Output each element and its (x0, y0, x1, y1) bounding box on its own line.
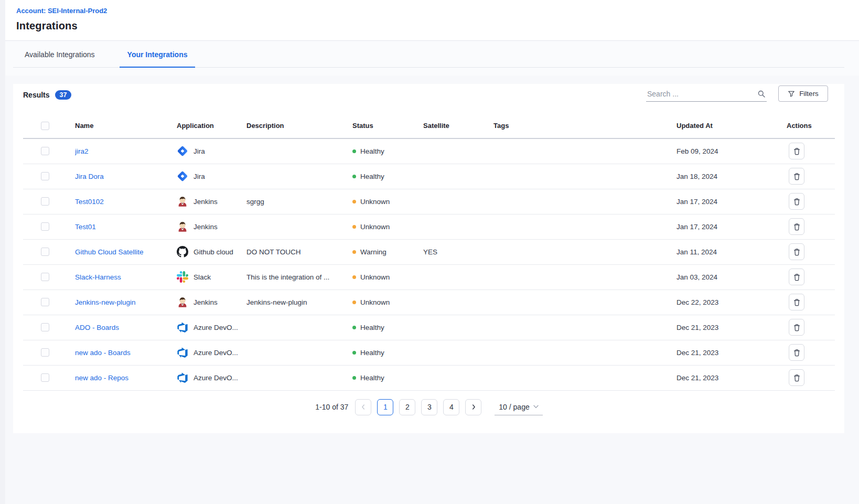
description-cell: DO NOT TOUCH (246, 239, 352, 264)
integration-name-link[interactable]: new ado - Boards (75, 349, 131, 357)
page-size-select[interactable]: 10 / page (495, 399, 542, 415)
pagination-range: 1-10 of 37 (315, 403, 348, 411)
delete-button[interactable] (789, 294, 804, 310)
row-checkbox[interactable] (41, 298, 49, 306)
updated-at-cell: Jan 17, 2024 (677, 189, 787, 214)
column-header-actions: Actions (787, 113, 835, 138)
row-checkbox[interactable] (41, 273, 49, 281)
trash-icon (793, 349, 801, 357)
column-header-updated-at: Updated At (677, 113, 787, 138)
status-dot (352, 351, 356, 355)
tab-available-integrations[interactable]: Available Integrations (17, 50, 103, 67)
application-label: Azure DevO... (194, 374, 238, 382)
trash-icon (793, 223, 801, 231)
satellite-cell (423, 164, 493, 189)
tags-cell (493, 189, 677, 214)
delete-button[interactable] (789, 168, 804, 185)
results: Results 37 (23, 90, 71, 102)
table-row: Github Cloud SatelliteGithub cloudDO NOT… (23, 239, 835, 264)
description-cell (246, 214, 352, 239)
satellite-cell: YES (423, 239, 493, 264)
row-checkbox[interactable] (41, 222, 49, 231)
search-input[interactable] (647, 90, 757, 98)
row-checkbox[interactable] (41, 348, 49, 357)
integration-name-link[interactable]: jira2 (75, 147, 89, 155)
delete-button[interactable] (789, 269, 804, 285)
status-dot (352, 376, 356, 380)
tags-cell (493, 340, 677, 365)
row-checkbox[interactable] (41, 147, 49, 155)
integration-name-link[interactable]: Slack-Harness (75, 273, 121, 281)
integration-name-link[interactable]: Test01 (75, 223, 96, 231)
application-label: Jenkins (194, 223, 218, 231)
satellite-cell (423, 214, 493, 239)
delete-button[interactable] (789, 193, 804, 210)
updated-at-cell: Jan 11, 2024 (677, 239, 787, 264)
jira-icon (177, 145, 188, 157)
prev-page-button[interactable] (355, 399, 371, 415)
azure-icon (177, 372, 188, 383)
row-checkbox[interactable] (41, 248, 49, 256)
integration-name-link[interactable]: Github Cloud Satellite (75, 248, 144, 256)
integration-name-link[interactable]: Test0102 (75, 198, 104, 206)
satellite-cell (423, 138, 493, 164)
chevron-right-icon (470, 403, 477, 411)
delete-button[interactable] (789, 243, 804, 260)
github-icon (177, 246, 188, 258)
row-checkbox[interactable] (41, 172, 49, 180)
filter-icon (788, 90, 795, 98)
delete-button[interactable] (789, 369, 804, 386)
description-cell (246, 164, 352, 189)
trash-icon (793, 324, 801, 331)
application-label: Jira (194, 173, 205, 180)
toolbar-right: Filters (646, 85, 828, 102)
application-label: Azure DevO... (194, 349, 238, 357)
tab-your-integrations[interactable]: Your Integrations (120, 50, 196, 67)
status-label: Healthy (360, 324, 384, 331)
column-header-description: Description (246, 113, 352, 138)
updated-at-cell: Dec 21, 2023 (677, 340, 787, 365)
status-dot (352, 175, 356, 178)
search-box (646, 90, 767, 102)
trash-icon (793, 173, 801, 180)
row-checkbox[interactable] (41, 197, 49, 206)
account-link[interactable]: Account: SEI-Internal-Prod2 (16, 7, 859, 15)
description-cell (246, 138, 352, 164)
page-1-button[interactable]: 1 (377, 399, 393, 415)
table-row: Jenkins-new-pluginJenkinsJenkins-new-plu… (23, 289, 835, 315)
results-count-badge: 37 (55, 90, 72, 100)
tags-cell (493, 289, 677, 315)
integration-name-link[interactable]: Jenkins-new-plugin (75, 298, 136, 306)
table-header-row: Name Application Description Status Sate… (23, 113, 835, 138)
application-label: Slack (194, 273, 211, 281)
row-checkbox[interactable] (41, 373, 49, 382)
tags-cell (493, 264, 677, 289)
status-label: Unknown (360, 223, 390, 231)
column-header-tags: Tags (493, 113, 677, 138)
integration-name-link[interactable]: new ado - Repos (75, 374, 128, 382)
status-dot (352, 275, 356, 279)
status-label: Healthy (360, 349, 384, 357)
chevron-down-icon (533, 405, 539, 409)
delete-button[interactable] (789, 319, 804, 336)
delete-button[interactable] (789, 344, 804, 361)
page-3-button[interactable]: 3 (421, 399, 437, 415)
tags-cell (493, 239, 677, 264)
delete-button[interactable] (789, 218, 804, 235)
jenkins-icon (177, 296, 188, 308)
tabs: Available Integrations Your Integrations (13, 41, 844, 68)
integration-name-link[interactable]: Jira Dora (75, 173, 104, 180)
select-all-checkbox[interactable] (41, 122, 49, 130)
status-dot (352, 301, 356, 304)
integrations-page: Account: SEI-Internal-Prod2 Integrations… (5, 0, 859, 433)
delete-button[interactable] (789, 143, 804, 159)
next-page-button[interactable] (465, 399, 481, 415)
application-label: Jenkins (194, 298, 218, 306)
application-label: Jira (194, 147, 205, 155)
page-4-button[interactable]: 4 (443, 399, 459, 415)
page-2-button[interactable]: 2 (399, 399, 415, 415)
page-size-label: 10 / page (499, 403, 529, 411)
row-checkbox[interactable] (41, 323, 49, 331)
integration-name-link[interactable]: ADO - Boards (75, 324, 119, 331)
filters-button[interactable]: Filters (778, 85, 828, 102)
